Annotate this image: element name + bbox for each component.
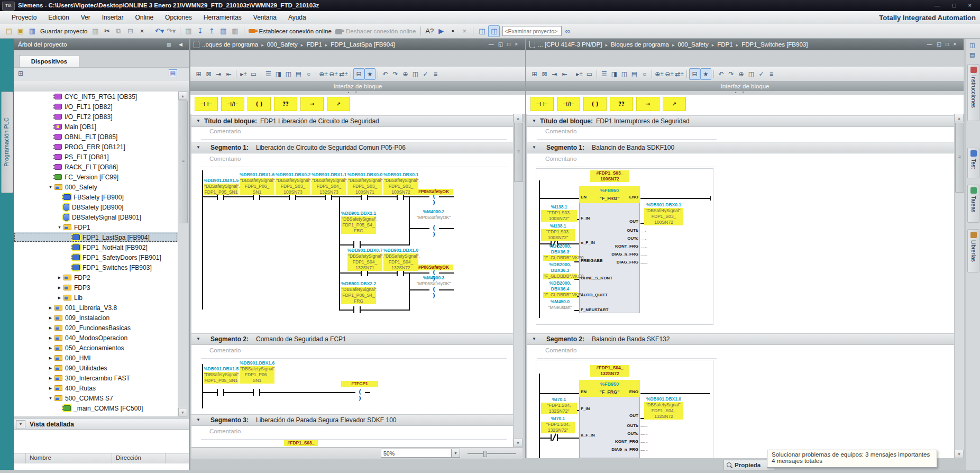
block-title-row[interactable]: ▼Título del bloque:FDP1 Liberación de Ci…: [191, 115, 513, 127]
tree-item[interactable]: _main_COMMS [FC500]: [14, 403, 178, 413]
editor-tool-icon[interactable]: ⇤: [560, 69, 570, 79]
editor-tool-icon[interactable]: [351, 70, 351, 78]
editor-tool-icon[interactable]: ⊞: [529, 69, 539, 79]
ladder-symbol-button[interactable]: ⊣/⊢: [557, 97, 580, 111]
expander-icon[interactable]: ▼: [47, 185, 54, 189]
tree-item[interactable]: RACK_FLT [OB86]: [14, 162, 178, 172]
operand[interactable]: %DB901.DBX0.2"DBSafetySignal". FDP1_S03_…: [276, 172, 310, 195]
save-project-button[interactable]: Guardar proyecto: [40, 28, 88, 34]
operand[interactable]: %M450.0"MNeustart": [543, 299, 577, 311]
ladder-canvas-fdp1-switches[interactable]: ▼Título del bloque:FDP1 Interruptores de…: [527, 114, 954, 458]
detail-view-header[interactable]: ▼ Vista detallada: [14, 418, 189, 430]
menu-item[interactable]: Ver: [75, 14, 96, 21]
comment-placeholder[interactable]: Comentario: [545, 156, 576, 162]
editor-tool-icon[interactable]: [316, 70, 316, 78]
editor-tool-icon[interactable]: ✓: [756, 69, 766, 79]
operand[interactable]: %DB2000. DBX36.3"F_GLOBDB".VKE0: [543, 243, 577, 261]
editor-tool-icon[interactable]: ↷: [726, 69, 736, 79]
block-title-row[interactable]: ▼Título del bloque:FDP1 Interruptores de…: [527, 115, 954, 127]
toolbar-icon[interactable]: ▣: [15, 26, 26, 37]
operand[interactable]: %I138.1"FDP1.S03. 100SN72": [541, 204, 577, 222]
operand[interactable]: %DB901.DBX0.1"DBSafetySignal". FDP1_S03_…: [644, 202, 683, 225]
expander-icon[interactable]: ▶: [47, 376, 54, 380]
editor-tool-icon[interactable]: ⊟: [689, 68, 700, 80]
add-device-icon[interactable]: ⊞: [18, 70, 23, 77]
operand[interactable]: %DB901.DBX0.0"DBSafetySignal". FDP1_S03_…: [347, 172, 382, 195]
pane-window-button[interactable]: □: [946, 41, 953, 47]
expander-icon[interactable]: ▶: [47, 386, 54, 390]
breadcrumb-item[interactable]: Bloques de programa: [605, 39, 669, 50]
operand-coil[interactable]: #P06SafetyOK: [414, 265, 453, 270]
pane-window-button[interactable]: □: [507, 41, 515, 47]
ladder-symbol-button[interactable]: ⊣ ⊢: [195, 97, 218, 111]
tree-item[interactable]: ▶ Lib: [14, 293, 178, 303]
interface-splitter[interactable]: [526, 91, 964, 95]
breadcrumb-item[interactable]: FDP1_LastSpa [FB904]: [325, 39, 395, 50]
task-tab-tareas[interactable]: Tareas: [967, 185, 979, 223]
tree-item[interactable]: ▼ FDP1: [14, 222, 178, 232]
cpu-control-icon[interactable]: ▶: [436, 26, 446, 37]
tree-item[interactable]: ▼ 000_Safety: [14, 182, 178, 192]
editor-tool-icon[interactable]: ▸±: [239, 69, 249, 79]
pane-titlebar[interactable]: ..oques de programa000_SafetyFDP1FDP1_La…: [190, 39, 525, 50]
editor-tool-icon[interactable]: ⊠: [539, 69, 549, 79]
tab-dispositivos[interactable]: Dispositivos: [19, 55, 79, 68]
editor-tool-icon[interactable]: ◫: [410, 69, 420, 79]
pane-window-button[interactable]: ×: [953, 41, 960, 47]
editor-tool-icon[interactable]: [378, 70, 378, 78]
search-project-input[interactable]: [502, 26, 562, 36]
editor-tool-icon[interactable]: ▭: [249, 69, 259, 79]
portal-tab-programacion-plc[interactable]: Programación PLC: [1, 92, 13, 193]
operand[interactable]: %I70.1"FDP1.S04. 132SN72": [541, 397, 577, 414]
tree-item[interactable]: ▶ FDP3: [14, 283, 178, 293]
operand[interactable]: %DB901.DBX1.6"DBSafetySignal". FDP1_P06_…: [240, 360, 274, 384]
breadcrumb-item[interactable]: FDP1: [301, 39, 322, 50]
operand[interactable]: %DB901.DBX0.1"DBSafetySignal". FDP1_S03_…: [383, 172, 418, 195]
task-tab-instrucciones[interactable]: Instrucciones: [967, 64, 979, 121]
operand[interactable]: %DB901.DBX2.1"DBSafetySignal". FDP1_P05_…: [341, 211, 376, 234]
comment-placeholder[interactable]: Comentario: [545, 128, 576, 134]
toolbar-icon[interactable]: ✂: [102, 26, 113, 37]
ladder-symbol-button[interactable]: ( ): [248, 97, 271, 111]
expander-icon[interactable]: ▶: [47, 356, 54, 360]
editor-scrollbar-mid[interactable]: ▲ ▼: [513, 114, 523, 447]
segment-2-header[interactable]: ▼Segmento 2:Balancin de Banda SKF132: [527, 333, 954, 345]
ladder-symbol-button[interactable]: →: [300, 97, 324, 111]
operand[interactable]: %DB901.DBX1.0"DBSafetySignal". FDP1_S04_…: [383, 248, 418, 271]
tree-item[interactable]: CYC_INT5_RTG1 [OB35]: [14, 92, 178, 102]
editor-tool-icon[interactable]: ⇄±: [674, 69, 684, 79]
segment-3-header[interactable]: ▼Segmento 3:Liberación de Parada Segura …: [191, 414, 513, 426]
segment-2-header[interactable]: ▼Segmento 2:Comando de Seguridad a FCP1: [191, 333, 513, 345]
column-nombre[interactable]: Nombre: [30, 454, 51, 461]
contact-no[interactable]: [353, 306, 361, 313]
device-icon[interactable]: ↧: [195, 26, 206, 37]
ladder-symbol-button[interactable]: ( ): [583, 97, 607, 111]
tree-item[interactable]: I/O_FLT2 [OB83]: [14, 112, 178, 122]
operand[interactable]: %I138.1"FDP1.S03. 100SN72": [541, 223, 575, 241]
operand[interactable]: %DB901.DBX0.7"DBSafetySignal". FDP1_S04_…: [347, 248, 382, 271]
editor-tool-icon[interactable]: ◫: [746, 69, 756, 79]
coil[interactable]: ( ): [429, 286, 439, 293]
editor-tool-icon[interactable]: ▸±: [574, 69, 584, 79]
tree-item[interactable]: OBNL_FLT [OB85]: [14, 132, 178, 142]
operand[interactable]: %DB2000. DBX36.3"F_GLOBDB".VKE0: [543, 262, 577, 279]
chevron-down-icon[interactable]: ▼: [16, 420, 25, 429]
toolbar-icon[interactable]: ⧉: [114, 26, 124, 37]
coil[interactable]: ( ): [355, 389, 365, 396]
block-interface-bar[interactable]: Interfaz de bloque: [526, 81, 964, 91]
breadcrumb-item[interactable]: 000_Safety: [261, 39, 298, 50]
tree-item[interactable]: DBSafety [DB900]: [14, 202, 178, 212]
editor-tool-icon[interactable]: ⊟: [353, 68, 364, 80]
editor-tool-icon[interactable]: ▭: [584, 69, 594, 79]
editor-tool-icon[interactable]: ↶: [716, 69, 726, 79]
comment-placeholder[interactable]: Comentario: [209, 428, 241, 434]
tree-item[interactable]: ▶ 020_FuncionesBasicas: [14, 323, 178, 333]
pane-window-button[interactable]: ◱: [937, 41, 946, 47]
editor-tool-icon[interactable]: ⊠: [204, 69, 214, 79]
editor-tool-icon[interactable]: ⊕±: [318, 69, 328, 79]
comment-placeholder[interactable]: Comentario: [209, 347, 241, 353]
pane-window-button[interactable]: —: [927, 41, 937, 47]
editor-tool-icon[interactable]: ⊖±: [664, 69, 674, 79]
expander-icon[interactable]: ▶: [47, 316, 54, 320]
tree-item[interactable]: ▶ 001_Libreria_V3.8: [14, 303, 178, 313]
